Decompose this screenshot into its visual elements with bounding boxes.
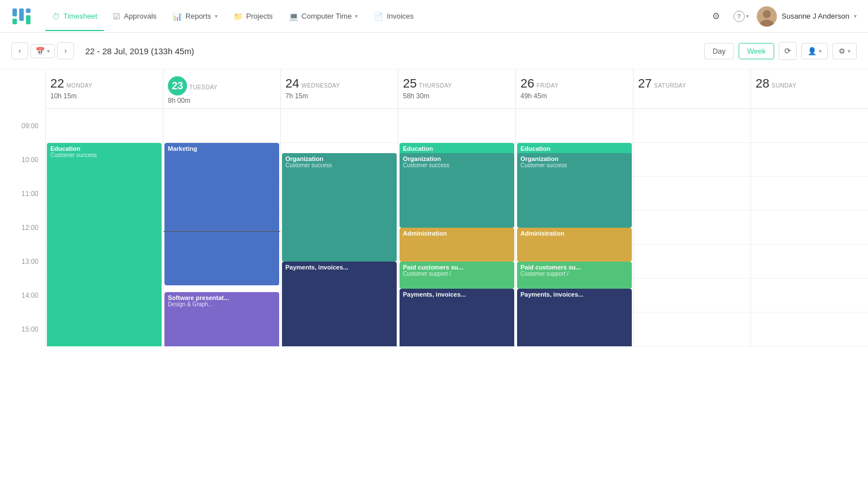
day-body-24[interactable]: OrganizationCustomer successPayments, in…	[281, 109, 398, 346]
time-1400: 14:00	[0, 279, 45, 312]
user-profile[interactable]: Susanne J Anderson ▾	[757, 6, 857, 27]
day-col-23: 23TUESDAY8h 00mMarketingSoftware present…	[163, 69, 280, 346]
user-filter-button[interactable]: 👤 ▾	[801, 43, 828, 59]
day-hours-22: 10h 15m	[50, 92, 158, 100]
hour-slot-22-0	[46, 109, 163, 143]
day-name-27: SATURDAY	[654, 82, 686, 89]
settings-dropdown-chevron: ▾	[848, 48, 850, 54]
day-header-24: 24WEDNESDAY7h 15m	[281, 69, 398, 109]
timesheet-icon: ⏱	[52, 12, 60, 21]
event-25-3[interactable]: Paid customers su...Customer support /	[400, 262, 514, 289]
time-1000: 10:00	[0, 143, 45, 177]
nav-projects[interactable]: 📁 Projects	[227, 7, 280, 25]
nav-timesheet[interactable]: ⏱ Timesheet	[45, 7, 104, 25]
invoices-icon: 📄	[374, 12, 383, 21]
refresh-button[interactable]: ⟳	[779, 42, 797, 60]
nav-approvals[interactable]: ☑ Approvals	[106, 7, 163, 25]
day-view-button[interactable]: Day	[704, 43, 734, 59]
toolbar: ‹ 📅 ▾ › 22 - 28 Jul, 2019 (133h 45m) Day…	[0, 33, 868, 69]
date-navigation: ‹ 📅 ▾ ›	[11, 42, 74, 59]
current-time-line	[163, 231, 280, 232]
event-sub-25-1: Customer success	[403, 162, 511, 168]
day-num-26: 26	[520, 76, 534, 91]
svg-rect-2	[12, 19, 17, 24]
event-23-1[interactable]: Software presentat...Design & Graph...	[164, 292, 279, 346]
date-picker-button[interactable]: 📅 ▾	[31, 44, 55, 58]
hour-slot-23-0	[163, 109, 280, 143]
hour-slot-27-5	[633, 279, 750, 312]
day-name-28: SUNDAY	[771, 82, 796, 89]
event-26-1[interactable]: OrganizationCustomer success	[517, 153, 632, 228]
svg-point-6	[763, 10, 771, 18]
day-body-27[interactable]	[633, 109, 750, 346]
day-num-25: 25	[403, 76, 416, 91]
hour-slot-24-0	[281, 109, 398, 143]
prev-button[interactable]: ‹	[11, 42, 28, 59]
settings-dropdown-button[interactable]: ⚙ ▾	[832, 43, 857, 59]
approvals-icon: ☑	[113, 12, 120, 21]
day-name-24: WEDNESDAY	[301, 82, 340, 89]
event-23-0[interactable]: Marketing	[164, 143, 279, 285]
event-title-25-2: Administration	[403, 230, 511, 237]
day-header-26: 26FRIDAY49h 45m	[516, 69, 633, 109]
event-title-23-1: Software presentat...	[168, 294, 276, 301]
event-25-2[interactable]: Administration	[400, 228, 514, 262]
event-24-1[interactable]: Payments, invoices...	[282, 262, 397, 346]
event-22-0[interactable]: EducationCustomer success	[47, 143, 162, 346]
nav-computer-time[interactable]: 💻 Computer Time ▾	[282, 7, 365, 25]
event-25-1[interactable]: OrganizationCustomer success	[400, 153, 514, 228]
time-1500: 15:00	[0, 312, 45, 346]
day-body-25[interactable]: EducationOrganizationCustomer successAdm…	[398, 109, 515, 346]
hour-slot-25-0	[398, 109, 515, 143]
day-body-26[interactable]: EducationOrganizationCustomer successAdm…	[516, 109, 633, 346]
event-sub-24-0: Customer success	[285, 162, 393, 168]
day-hours-26: 49h 45m	[520, 92, 628, 100]
event-26-4[interactable]: Payments, invoices...	[517, 289, 632, 346]
day-hours-23: 8h 00m	[168, 97, 276, 105]
week-view-button[interactable]: Week	[739, 43, 774, 59]
event-title-22-0: Education	[50, 145, 158, 152]
hour-slot-28-4	[751, 245, 868, 279]
event-26-2[interactable]: Administration	[517, 228, 632, 262]
day-body-22[interactable]: EducationCustomer successSoftware presen…	[46, 109, 163, 346]
event-sub-25-3: Customer support /	[403, 271, 511, 277]
day-name-26: FRIDAY	[536, 82, 558, 89]
day-header-23: 23TUESDAY8h 00m	[163, 69, 280, 109]
event-25-4[interactable]: Payments, invoices...	[400, 289, 514, 346]
day-header-25: 25THURSDAY58h 30m	[398, 69, 515, 109]
day-col-27: 27SATURDAY	[633, 69, 750, 346]
day-body-23[interactable]: MarketingSoftware presentat...Design & G…	[163, 109, 280, 346]
hour-slot-27-2	[633, 177, 750, 211]
event-sub-26-1: Customer success	[520, 162, 628, 168]
svg-rect-1	[19, 8, 24, 21]
logo	[11, 6, 32, 27]
event-sub-26-3: Customer support /	[520, 271, 628, 277]
next-button[interactable]: ›	[57, 42, 74, 59]
day-header-22: 22MONDAY10h 15m	[46, 69, 163, 109]
event-title-25-3: Paid customers su...	[403, 264, 511, 271]
event-title-25-4: Payments, invoices...	[403, 291, 511, 298]
event-26-3[interactable]: Paid customers su...Customer support /	[517, 262, 632, 289]
event-title-26-3: Paid customers su...	[520, 264, 628, 271]
event-title-24-1: Payments, invoices...	[285, 264, 393, 271]
time-1100: 11:00	[0, 177, 45, 211]
hour-slot-27-6	[633, 312, 750, 346]
settings-icon[interactable]: ⚙	[707, 7, 725, 25]
nav-invoices[interactable]: 📄 Invoices	[367, 7, 420, 25]
time-header	[0, 69, 45, 109]
day-name-22: MONDAY	[66, 82, 92, 89]
event-sub-22-0: Customer success	[50, 152, 158, 158]
hour-slot-28-2	[751, 177, 868, 211]
day-num-28: 28	[756, 76, 769, 91]
day-num-27: 27	[638, 76, 652, 91]
event-title-26-4: Payments, invoices...	[520, 291, 628, 298]
user-chevron: ▾	[854, 13, 857, 19]
event-24-0[interactable]: OrganizationCustomer success	[282, 153, 397, 262]
help-icon[interactable]: ? ▾	[732, 7, 750, 25]
hour-slot-27-1	[633, 143, 750, 177]
date-range-label: 22 - 28 Jul, 2019 (133h 45m)	[85, 46, 194, 56]
svg-rect-4	[26, 15, 31, 24]
day-body-28[interactable]	[751, 109, 868, 346]
day-num-22: 22	[50, 76, 64, 91]
nav-reports[interactable]: 📊 Reports ▾	[166, 7, 224, 25]
